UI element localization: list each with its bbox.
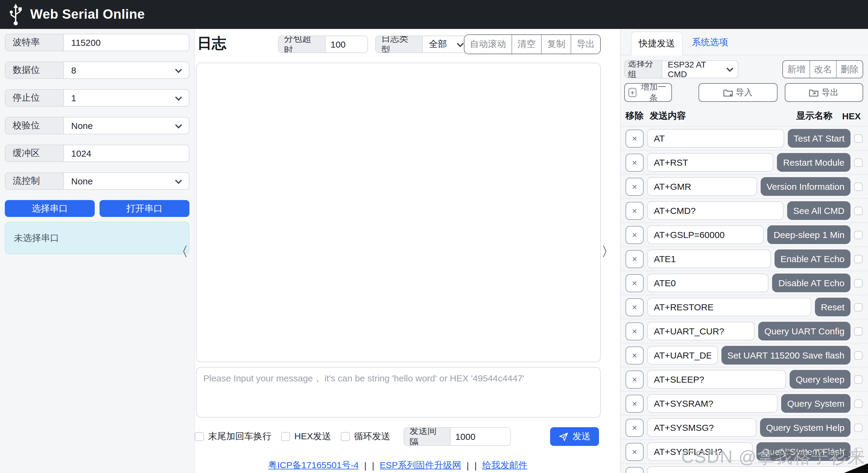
tab-quick-send[interactable]: 快捷发送 xyxy=(631,31,683,56)
hex-checkbox[interactable] xyxy=(854,375,863,383)
firmware-site-link[interactable]: ESP系列固件升级网 xyxy=(380,460,461,471)
log-type-select[interactable]: 全部 xyxy=(423,36,469,53)
remove-row-button[interactable]: × xyxy=(625,322,644,340)
command-input[interactable] xyxy=(647,274,769,292)
message-input[interactable] xyxy=(196,367,601,417)
quick-send-button[interactable]: Set UART 115200 Save flash xyxy=(721,346,850,365)
serial-setting-row: 流控制 None xyxy=(5,172,189,190)
hex-checkbox[interactable] xyxy=(854,134,863,142)
quick-send-button[interactable]: Test AT Start xyxy=(787,129,850,148)
quick-send-button[interactable]: Reset xyxy=(815,298,850,316)
hex-checkbox[interactable] xyxy=(854,399,863,408)
quick-send-button[interactable]: Query System Flash xyxy=(756,442,850,461)
hex-checkbox[interactable] xyxy=(854,231,863,239)
autoscroll-button[interactable]: 自动滚动 xyxy=(464,35,512,54)
quick-send-button[interactable]: Query UART Config xyxy=(758,322,850,340)
hex-checkbox[interactable] xyxy=(854,255,863,263)
command-input[interactable] xyxy=(647,442,753,461)
remove-row-button[interactable]: × xyxy=(625,226,644,244)
command-input[interactable] xyxy=(647,370,786,388)
remove-row-button[interactable]: × xyxy=(625,443,644,461)
clear-log-button[interactable]: 清空 xyxy=(512,35,541,54)
remove-row-button[interactable]: × xyxy=(625,202,644,219)
remove-row-button[interactable]: × xyxy=(625,467,644,473)
command-input[interactable] xyxy=(647,249,771,268)
hex-checkbox[interactable] xyxy=(854,182,863,191)
setting-label: 流控制 xyxy=(5,173,64,189)
hex-checkbox[interactable] xyxy=(854,447,863,456)
quick-send-row: × Query System Help xyxy=(621,416,868,440)
remove-row-button[interactable]: × xyxy=(625,394,644,412)
import-button[interactable]: 导入 xyxy=(699,83,777,102)
setting-select[interactable]: None xyxy=(64,117,189,134)
loop-send-label: 循环发送 xyxy=(354,431,390,442)
command-input[interactable] xyxy=(647,466,863,473)
close-icon: × xyxy=(632,471,637,473)
copy-log-button[interactable]: 复制 xyxy=(541,35,570,54)
hex-send-checkbox[interactable] xyxy=(281,432,290,441)
command-input[interactable] xyxy=(647,346,717,365)
remove-row-button[interactable]: × xyxy=(625,298,644,316)
remove-row-button[interactable]: × xyxy=(625,154,644,171)
hex-checkbox[interactable] xyxy=(854,206,863,215)
remove-row-button[interactable]: × xyxy=(625,129,644,147)
open-port-button[interactable]: 打开串口 xyxy=(99,200,189,217)
remove-row-button[interactable]: × xyxy=(625,250,644,268)
hex-checkbox[interactable] xyxy=(854,327,863,335)
icp-link[interactable]: 粤ICP备17165501号-4 xyxy=(268,460,359,471)
setting-select[interactable]: 8 xyxy=(64,62,189,78)
setting-select[interactable]: 1 xyxy=(64,90,189,106)
send-interval-input[interactable] xyxy=(451,428,510,445)
command-input[interactable] xyxy=(647,394,777,413)
remove-row-button[interactable]: × xyxy=(625,346,644,364)
add-row-button[interactable]: + 增加一条 xyxy=(624,83,672,102)
hex-checkbox[interactable] xyxy=(854,279,863,287)
packet-timeout-input[interactable] xyxy=(326,36,367,53)
hex-checkbox[interactable] xyxy=(854,303,863,311)
quick-send-button[interactable]: Disable AT Echo xyxy=(772,274,850,292)
send-button[interactable]: 发送 xyxy=(550,427,599,446)
hex-checkbox[interactable] xyxy=(854,158,863,167)
select-port-button[interactable]: 选择串口 xyxy=(5,200,95,217)
new-group-button[interactable]: 新增 xyxy=(783,61,809,78)
command-input[interactable] xyxy=(647,129,784,148)
remove-row-button[interactable]: × xyxy=(625,370,644,388)
log-output-area[interactable] xyxy=(196,63,601,362)
remove-row-button[interactable]: × xyxy=(625,177,644,196)
collapse-left-panel-icon[interactable]: 〈 xyxy=(175,243,188,261)
setting-input[interactable] xyxy=(64,145,189,162)
command-input[interactable] xyxy=(647,322,754,340)
quick-send-button[interactable]: Query System xyxy=(781,394,850,413)
group-select-value[interactable]: ESP32 AT CMD xyxy=(662,61,738,78)
collapse-right-panel-icon[interactable]: 〉 xyxy=(601,243,615,261)
command-input[interactable] xyxy=(647,225,764,244)
rename-group-button[interactable]: 改名 xyxy=(809,61,836,78)
tab-system-options[interactable]: 系统选项 xyxy=(683,37,737,48)
hex-checkbox[interactable] xyxy=(854,351,863,360)
command-input[interactable] xyxy=(647,153,774,172)
close-icon: × xyxy=(632,133,637,143)
delete-group-button[interactable]: 删除 xyxy=(836,61,863,78)
loop-send-checkbox[interactable] xyxy=(341,432,350,441)
remove-row-button[interactable]: × xyxy=(625,418,644,437)
remove-row-button[interactable]: × xyxy=(625,274,644,292)
command-input[interactable] xyxy=(647,177,757,196)
quick-send-button[interactable]: See All CMD xyxy=(787,201,850,220)
quick-send-button[interactable]: Enable AT Echo xyxy=(775,249,850,268)
export-log-button[interactable]: 导出 xyxy=(570,35,600,54)
quick-send-button[interactable]: Version Information xyxy=(761,177,851,196)
setting-input[interactable] xyxy=(64,34,189,50)
command-input[interactable] xyxy=(647,418,756,437)
serial-settings-list: 波特率 数据位 8 停止位 1 校验位 None 缓冲区 流控制 xyxy=(5,34,189,190)
email-link[interactable]: 给我发邮件 xyxy=(482,460,527,471)
setting-select[interactable]: None xyxy=(64,173,189,189)
quick-send-button[interactable]: Query System Help xyxy=(760,418,850,437)
quick-send-button[interactable]: Deep-sleep 1 Min xyxy=(768,225,850,244)
command-input[interactable] xyxy=(647,298,811,316)
hex-checkbox[interactable] xyxy=(854,423,863,432)
quick-send-button[interactable]: Restart Module xyxy=(777,153,850,172)
quick-send-button[interactable]: Query sleep xyxy=(789,370,850,388)
command-input[interactable] xyxy=(647,201,783,220)
append-crlf-checkbox[interactable] xyxy=(195,432,204,441)
export-button[interactable]: 导出 xyxy=(784,83,863,102)
